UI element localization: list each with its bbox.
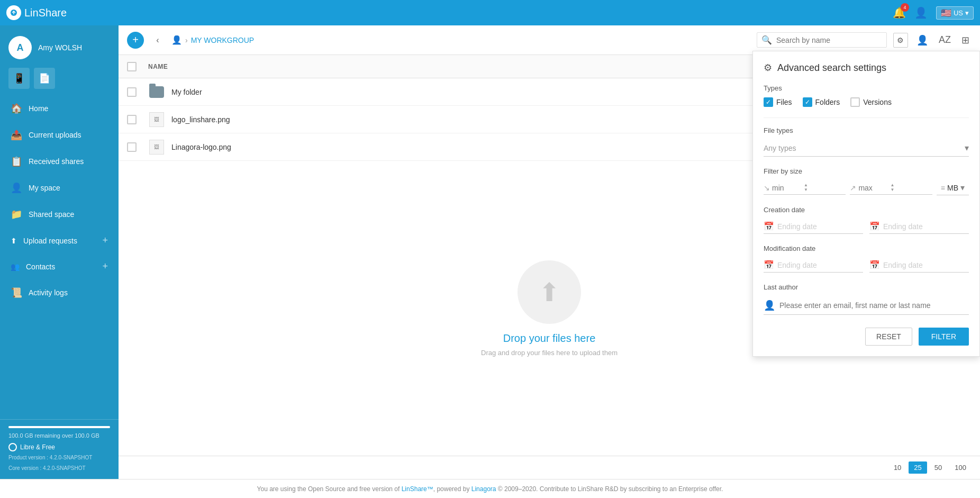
folders-checkbox[interactable]: ✓ xyxy=(803,97,812,107)
size-max-input-group: ↗ ▲ ▼ xyxy=(850,181,932,195)
sidebar-item-contacts[interactable]: 👥 Contacts + xyxy=(0,253,119,279)
size-min-down[interactable]: ▼ xyxy=(804,188,808,192)
creation-date-label: Creation date xyxy=(764,206,969,214)
upload-circle-icon: ⬆ xyxy=(539,277,560,307)
breadcrumb-workgroup[interactable]: MY WORKGROUP xyxy=(191,36,255,44)
sidebar-item-current-uploads[interactable]: 📤 Current uploads xyxy=(0,122,119,148)
size-row: ↘ ▲ ▼ ↗ ▲ ▼ ≡ MB xyxy=(764,180,969,195)
reset-button[interactable]: RESET xyxy=(865,328,912,346)
page-size-25[interactable]: 25 xyxy=(909,461,927,474)
language-selector[interactable]: 🇺🇸 US ▾ xyxy=(936,6,974,20)
file-types-select[interactable]: Any types ▾ xyxy=(764,140,969,157)
author-row: 👤 xyxy=(764,296,969,315)
add-button[interactable]: + xyxy=(127,32,144,49)
checkbox-versions[interactable]: Versions xyxy=(850,97,892,107)
modification-date-label: Modification date xyxy=(764,245,969,252)
linshare-link[interactable]: LinShare™ xyxy=(402,485,433,493)
sidebar-item-shared-space[interactable]: 📁 Shared space xyxy=(0,201,119,228)
select-all-checkbox[interactable] xyxy=(127,62,148,71)
grid-view-button[interactable]: ⊞ xyxy=(959,32,972,48)
calendar-icon-4: 📅 xyxy=(869,260,880,270)
size-max-down[interactable]: ▼ xyxy=(890,188,894,192)
sidebar-mobile-icon[interactable]: 📱 xyxy=(8,68,30,89)
search-settings-button[interactable]: ⚙ xyxy=(893,33,908,48)
search-icon: 🔍 xyxy=(761,35,772,45)
product-version: Product version : 4.2.0-SNAPSHOT xyxy=(8,454,110,462)
modification-date-row: 📅 Ending date 📅 Ending date xyxy=(764,258,969,273)
search-input[interactable] xyxy=(776,36,882,44)
sidebar-item-received-shares[interactable]: 📋 Received shares xyxy=(0,148,119,175)
search-bar[interactable]: 🔍 xyxy=(757,32,887,48)
filter-size-label: Filter by size xyxy=(764,167,969,175)
creation-date-from[interactable]: 📅 Ending date xyxy=(764,219,863,234)
file-types-arrow-icon: ▾ xyxy=(965,143,969,153)
checkbox-folders[interactable]: ✓ Folders xyxy=(803,97,840,107)
user-view-button[interactable]: 👤 xyxy=(914,32,930,48)
content-wrapper: + ‹ 👤 › MY WORKGROUP 🔍 ⚙ 👤 AZ ⊞ xyxy=(119,25,980,479)
linagora-link[interactable]: Linagora xyxy=(471,485,496,493)
page-size-100[interactable]: 100 xyxy=(949,461,972,474)
page-size-10[interactable]: 10 xyxy=(888,461,906,474)
creation-date-to[interactable]: 📅 Ending date xyxy=(869,219,969,234)
size-max-input[interactable] xyxy=(858,184,890,192)
checkbox-files[interactable]: ✓ Files xyxy=(764,97,792,107)
size-min-input[interactable] xyxy=(772,184,804,192)
page-size-50[interactable]: 50 xyxy=(929,461,947,474)
contacts-add-icon[interactable]: + xyxy=(102,261,108,272)
versions-checkbox[interactable] xyxy=(850,97,860,107)
back-button[interactable]: ‹ xyxy=(150,33,165,48)
author-input[interactable] xyxy=(779,301,969,310)
files-checkbox[interactable]: ✓ xyxy=(764,97,773,107)
drop-title: Drop your files here xyxy=(503,332,596,345)
row-checkbox-1[interactable] xyxy=(127,87,137,97)
app-logo[interactable]: LinShare xyxy=(6,5,67,20)
pagination-bar: 10 25 50 100 xyxy=(119,456,980,479)
upload-icon: 📤 xyxy=(11,129,22,141)
notifications-button[interactable]: 🔔 4 xyxy=(893,6,906,19)
sidebar-item-my-space[interactable]: 👤 My space xyxy=(0,175,119,201)
core-version: Core version : 4.2.0-SNAPSHOT xyxy=(8,464,110,473)
modification-date-from-placeholder: Ending date xyxy=(777,261,817,269)
sidebar-quick-icons: 📱 📄 xyxy=(0,68,119,95)
calendar-icon-3: 📅 xyxy=(764,260,774,270)
lang-label: US xyxy=(954,9,963,17)
file-name-1: My folder xyxy=(171,88,202,96)
storage-bar-container xyxy=(8,426,110,428)
size-max-stepper[interactable]: ▲ ▼ xyxy=(890,183,894,192)
size-max-up[interactable]: ▲ xyxy=(890,183,894,187)
sidebar-item-upload-requests[interactable]: ⬆ Upload requests + xyxy=(0,228,119,253)
sidebar-item-activity-logs[interactable]: 📜 Activity logs xyxy=(0,279,119,306)
panel-header: ⚙ Advanced search settings xyxy=(764,62,969,74)
sidebar-item-home[interactable]: 🏠 Home xyxy=(0,95,119,122)
row-checkbox-3[interactable] xyxy=(127,142,137,152)
modification-date-from[interactable]: 📅 Ending date xyxy=(764,258,863,273)
sidebar-label-upload-requests: Upload requests xyxy=(23,237,77,245)
sidebar-label-home: Home xyxy=(29,104,48,113)
upload-requests-add-icon[interactable]: + xyxy=(102,235,108,246)
modification-date-to[interactable]: 📅 Ending date xyxy=(869,258,969,273)
sidebar-label-my-space: My space xyxy=(29,184,60,192)
sort-button[interactable]: AZ xyxy=(937,32,953,48)
breadcrumb-home-icon: 👤 xyxy=(171,35,182,45)
sidebar-user-section: A Amy WOLSH xyxy=(0,25,119,68)
logo-icon xyxy=(6,5,21,20)
user-profile-button[interactable]: 👤 xyxy=(914,6,928,19)
size-max-arrow-icon: ↗ xyxy=(850,184,856,192)
row-checkbox-2[interactable] xyxy=(127,115,137,124)
app-name: LinShare xyxy=(24,7,67,19)
size-unit-select[interactable]: ≡ MB ▾ xyxy=(937,180,969,195)
header-checkbox[interactable] xyxy=(127,62,137,71)
footer: You are using the Open Source and free v… xyxy=(0,479,980,498)
libre-icon xyxy=(8,443,17,451)
breadcrumb-separator: › xyxy=(185,36,188,44)
storage-bar xyxy=(8,426,110,428)
sidebar-share-icon[interactable]: 📄 xyxy=(34,68,55,89)
footer-text-after: © 2009–2020. Contribute to LinShare R&D … xyxy=(496,485,723,493)
image-icon-1: 🖼 xyxy=(148,111,165,128)
types-label: Types xyxy=(764,84,969,92)
filter-button[interactable]: FILTER xyxy=(919,328,969,346)
size-min-up[interactable]: ▲ xyxy=(804,183,808,187)
storage-text: 100.0 GB remaining over 100.0 GB xyxy=(8,432,110,439)
main-layout: A Amy WOLSH 📱 📄 🏠 Home 📤 Current uploads… xyxy=(0,25,980,479)
size-min-stepper[interactable]: ▲ ▼ xyxy=(804,183,808,192)
